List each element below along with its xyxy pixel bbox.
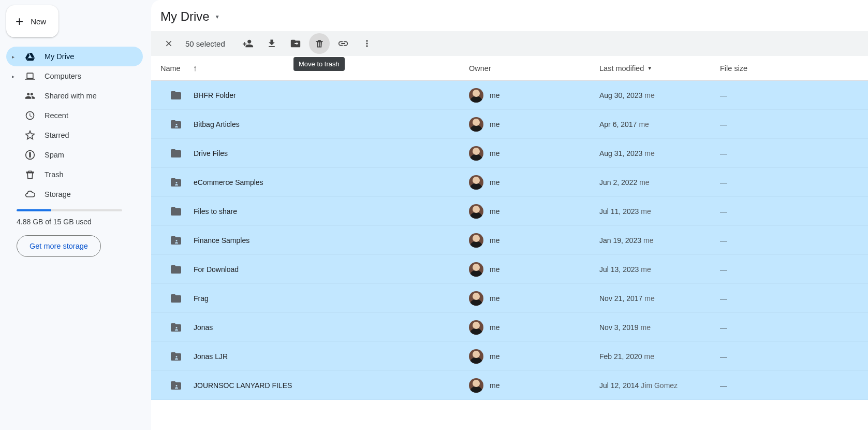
sidebar-item-trash[interactable]: ▸Trash	[6, 165, 143, 184]
sidebar-item-computers[interactable]: ▸Computers	[6, 66, 143, 86]
sidebar-item-label: Spam	[45, 151, 64, 159]
clock-icon	[24, 110, 36, 121]
file-row[interactable]: Drive FilesmeAug 31, 2023me—	[151, 139, 868, 168]
storage-block: 4.88 GB of 15 GB used Get more storage	[6, 209, 143, 257]
share-button[interactable]	[238, 33, 258, 54]
file-row[interactable]: JOURNSOC LANYARD FILESmeJul 12, 2014Jim …	[151, 371, 868, 400]
file-size: —	[720, 178, 868, 187]
modified-by: me	[639, 178, 649, 187]
modified-by: me	[644, 294, 654, 303]
file-row[interactable]: Files to sharemeJul 11, 2023me—	[151, 197, 868, 226]
column-header-size[interactable]: File size	[720, 64, 868, 73]
sidebar-item-label: Computers	[45, 72, 81, 80]
file-name: BHFR Folder	[194, 91, 236, 99]
new-button[interactable]: + New	[6, 5, 58, 37]
spam-icon	[24, 150, 36, 160]
sidebar-item-label: Recent	[45, 111, 68, 120]
shared-folder-icon	[170, 234, 182, 247]
move-to-trash-button[interactable]	[309, 33, 330, 54]
file-size: —	[720, 236, 868, 245]
owner-text: me	[490, 265, 499, 274]
file-size: —	[720, 352, 868, 361]
file-row[interactable]: eCommerce SamplesmeJun 2, 2022me—	[151, 168, 868, 197]
storage-used-text: 4.88 GB of 15 GB used	[17, 218, 137, 226]
get-more-storage-button[interactable]: Get more storage	[17, 235, 101, 257]
close-icon	[164, 39, 173, 48]
file-name: Frag	[194, 294, 209, 303]
avatar	[469, 88, 483, 103]
modified-date: Jul 12, 2014	[599, 381, 639, 390]
modified-by: me	[641, 207, 651, 216]
file-row[interactable]: FragmeNov 21, 2017me—	[151, 284, 868, 313]
sidebar-item-storage[interactable]: ▸Storage	[6, 184, 143, 204]
more-vert-icon	[362, 38, 372, 49]
link-icon	[337, 38, 349, 49]
folder-icon	[170, 205, 182, 218]
shared-folder-icon	[170, 176, 182, 189]
file-size: —	[720, 120, 868, 128]
file-name: Jonas LJR	[194, 352, 228, 361]
trash-icon	[24, 169, 36, 180]
selection-action-bar: 50 selected Move to trash	[151, 31, 868, 56]
column-header-modified[interactable]: Last modified ▼	[599, 64, 720, 73]
page-title-dropdown[interactable]: My Drive ▼	[160, 9, 220, 24]
modified-date: Apr 6, 2017	[599, 120, 637, 128]
file-row[interactable]: JonasmeNov 3, 2019me—	[151, 313, 868, 342]
tooltip: Move to trash	[293, 57, 345, 71]
selected-count: 50 selected	[185, 39, 225, 48]
modified-date: Nov 21, 2017	[599, 294, 642, 303]
sort-arrow-up-icon: ↑	[193, 64, 197, 73]
file-name: Jonas	[194, 323, 213, 332]
more-actions-button[interactable]	[357, 33, 377, 54]
trash-icon	[314, 38, 325, 49]
sidebar-item-label: Storage	[45, 190, 71, 198]
modified-by: me	[641, 323, 651, 332]
file-size: —	[720, 294, 868, 303]
owner-text: me	[490, 236, 499, 245]
file-size: —	[720, 207, 868, 216]
laptop-icon	[24, 71, 36, 81]
folder-icon	[170, 292, 182, 305]
file-name: JOURNSOC LANYARD FILES	[194, 381, 292, 390]
column-header-owner[interactable]: Owner	[469, 64, 599, 73]
new-button-label: New	[31, 17, 46, 26]
file-name: For Download	[194, 265, 239, 274]
file-row[interactable]: Bitbag ArticlesmeApr 6, 2017me—	[151, 110, 868, 139]
sidebar-item-my-drive[interactable]: ▸My Drive	[6, 47, 143, 66]
download-button[interactable]	[261, 33, 282, 54]
file-list: BHFR FoldermeAug 30, 2023me—Bitbag Artic…	[151, 81, 868, 430]
sidebar-item-starred[interactable]: ▸Starred	[6, 125, 143, 145]
modified-by: me	[644, 149, 654, 157]
file-row[interactable]: Jonas LJRmeFeb 21, 2020me—	[151, 342, 868, 371]
shared-folder-icon	[170, 379, 182, 392]
modified-date: Aug 30, 2023	[599, 91, 642, 99]
page-title-text: My Drive	[160, 9, 210, 24]
column-headers: Name ↑ Owner Last modified ▼ File size	[151, 56, 868, 81]
sidebar-item-shared-with-me[interactable]: ▸Shared with me	[6, 86, 143, 106]
cloud-icon	[24, 189, 36, 199]
plus-icon: +	[16, 15, 23, 28]
file-size: —	[720, 265, 868, 274]
shared-folder-icon	[170, 118, 182, 131]
sidebar-item-spam[interactable]: ▸Spam	[6, 145, 143, 165]
copy-link-button[interactable]	[333, 33, 354, 54]
people-icon	[24, 91, 36, 101]
modified-by: me	[641, 265, 651, 274]
avatar	[469, 378, 483, 393]
file-row[interactable]: BHFR FoldermeAug 30, 2023me—	[151, 81, 868, 110]
file-size: —	[720, 91, 868, 99]
clear-selection-button[interactable]	[158, 33, 179, 54]
owner-text: me	[490, 149, 499, 157]
file-size: —	[720, 323, 868, 332]
sidebar-item-recent[interactable]: ▸Recent	[6, 106, 143, 125]
chevron-down-icon: ▼	[215, 14, 220, 20]
owner-text: me	[490, 381, 499, 390]
owner-text: me	[490, 91, 499, 99]
move-button[interactable]	[285, 33, 306, 54]
file-row[interactable]: For DownloadmeJul 13, 2023me—	[151, 255, 868, 284]
folder-icon	[170, 147, 182, 160]
owner-text: me	[490, 120, 499, 128]
main-panel: My Drive ▼ 50 selected	[151, 0, 868, 430]
file-row[interactable]: Finance SamplesmeJan 19, 2023me—	[151, 226, 868, 255]
file-size: —	[720, 149, 868, 157]
